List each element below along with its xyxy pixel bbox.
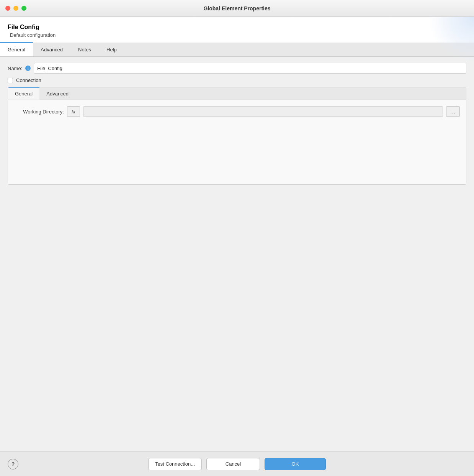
cancel-button[interactable]: Cancel	[206, 458, 260, 470]
file-config-subtitle: Default configuration	[10, 32, 466, 38]
connection-label: Connection	[16, 77, 41, 83]
tab-notes[interactable]: Notes	[70, 43, 99, 56]
title-bar: Global Element Properties	[0, 0, 474, 17]
minimize-button[interactable]	[13, 6, 18, 11]
name-label: Name:	[8, 66, 22, 71]
working-dir-label: Working Directory:	[14, 109, 64, 115]
info-icon[interactable]: i	[25, 66, 31, 71]
tab-advanced[interactable]: Advanced	[33, 43, 70, 56]
connection-row: Connection	[8, 77, 466, 83]
inner-content: Working Directory: fx ...	[8, 100, 466, 184]
help-icon-button[interactable]: ?	[8, 459, 18, 469]
fx-button[interactable]: fx	[67, 106, 80, 117]
window-controls	[5, 6, 26, 11]
window-title: Global Element Properties	[203, 5, 270, 11]
ok-button[interactable]: OK	[265, 458, 326, 470]
tab-content-general: Name: i Connection General Advanced Work…	[0, 57, 474, 451]
test-connection-button[interactable]: Test Connection...	[148, 458, 202, 470]
outer-tabs: General Advanced Notes Help	[0, 43, 474, 57]
main-content: File Config Default configuration Genera…	[0, 17, 474, 451]
inner-panel: General Advanced Working Directory: fx .…	[8, 87, 466, 185]
inner-tab-advanced[interactable]: Advanced	[39, 87, 75, 100]
file-config-title: File Config	[8, 24, 466, 31]
bottom-bar: ? Test Connection... Cancel OK	[0, 451, 474, 476]
working-dir-row: Working Directory: fx ...	[14, 106, 460, 117]
browse-button[interactable]: ...	[446, 106, 460, 117]
inner-tab-general[interactable]: General	[8, 87, 39, 100]
name-input[interactable]	[34, 63, 466, 74]
inner-tabs: General Advanced	[8, 87, 466, 100]
maximize-button[interactable]	[21, 6, 26, 11]
name-row: Name: i	[8, 63, 466, 74]
close-button[interactable]	[5, 6, 10, 11]
connection-checkbox[interactable]	[8, 78, 13, 83]
tab-general[interactable]: General	[0, 42, 33, 56]
header-section: File Config Default configuration	[0, 17, 474, 43]
tab-help[interactable]: Help	[99, 43, 124, 56]
working-dir-input[interactable]	[83, 106, 443, 117]
